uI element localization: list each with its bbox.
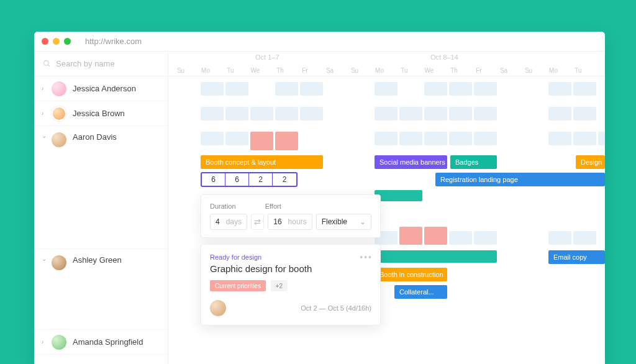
duration-input[interactable]: 4days [210,214,247,230]
day-label: Tu [566,67,591,74]
workload-cell[interactable] [449,107,472,121]
workload-cell[interactable] [474,107,497,121]
link-icon[interactable]: ⇄ [251,214,264,230]
workload-cell[interactable] [201,82,224,96]
workload-cell[interactable] [573,82,596,96]
workload-cell-over[interactable] [399,227,422,245]
day-label: Th [268,67,293,74]
task-bar[interactable] [375,250,497,263]
person-row-expanded[interactable]: ⌄ Aaron Davis [34,126,168,249]
workload-cell-over[interactable] [424,227,447,245]
maximize-icon[interactable] [64,38,71,45]
workload-cell[interactable] [573,107,596,121]
day-label: Fr [293,67,317,74]
workload-cell[interactable] [474,82,497,96]
workload-cell[interactable] [449,82,472,96]
effort-cell[interactable]: 2 [273,173,296,186]
workload-cell-over[interactable] [275,132,298,150]
close-icon[interactable] [42,38,48,45]
task-bar[interactable] [375,190,422,201]
day-label: Mo [367,67,392,74]
task-card[interactable]: ••• Ready for design Graphic design for … [201,244,381,325]
tag-priority[interactable]: Current priorities [210,280,266,291]
person-row[interactable]: › Jessica Anderson [34,76,168,101]
workload-grid[interactable]: Oct 1–7 Oct 8–14 SuMoTuWeThFrSaSuMoTuWeT… [168,52,605,364]
workload-cell[interactable] [300,82,323,96]
person-row[interactable]: › Amanda Springfield [34,330,168,355]
mode-select[interactable]: Flexible ⌄ [316,214,371,230]
search-input[interactable]: Search by name [34,52,168,76]
day-label: Tu [392,67,417,74]
day-label: We [243,67,268,74]
effort-cell[interactable]: 6 [225,173,249,186]
task-bar-booth-construction[interactable]: Booth in construction [375,268,447,281]
avatar [52,335,66,350]
day-label: Sa [317,67,342,74]
workload-cell[interactable] [300,107,323,121]
chevron-down-icon: ⌄ [42,132,48,139]
workload-cell[interactable] [399,107,422,121]
calendar-header: Oct 1–7 Oct 8–14 SuMoTuWeThFrSaSuMoTuWeT… [168,52,605,76]
effort-cell[interactable]: 6 [202,173,225,186]
effort-row[interactable]: 6 6 2 2 [201,172,298,187]
workload-cell[interactable] [424,82,447,96]
effort-input[interactable]: 16hours [268,214,312,230]
workload-cell[interactable] [225,82,248,96]
day-label: Fr [466,67,491,74]
task-bar-booth[interactable]: Booth concept & layout [201,155,323,169]
workload-cell-over[interactable] [250,132,273,150]
workload-cell[interactable] [225,107,248,121]
person-row-expanded[interactable]: ⌄ Ashley Green [34,249,168,330]
workload-cell[interactable] [449,132,472,145]
person-name: Amanda Springfield [73,337,143,347]
avatar [52,81,66,96]
task-bar-email[interactable]: Email copy [548,250,605,264]
workload-cell[interactable] [375,107,398,121]
workload-cell[interactable] [573,132,596,145]
chevron-down-icon: ⌄ [360,217,366,226]
workload-cell[interactable] [250,107,273,121]
workload-cell[interactable] [424,132,447,145]
workload-cell[interactable] [424,107,447,121]
task-bar-badges[interactable]: Badges [450,155,497,169]
workload-cell[interactable] [548,132,571,145]
workload-cell[interactable] [375,132,398,145]
workload-cell[interactable] [225,132,248,145]
workload-cell[interactable] [548,107,571,121]
workload-cell[interactable] [201,132,224,145]
assignee-avatar[interactable] [210,300,226,316]
day-label: Tu [218,67,243,74]
workload-cell[interactable] [275,107,298,121]
task-bar-registration[interactable]: Registration landing page [435,173,605,186]
chevron-right-icon: › [42,110,48,117]
task-bar-collateral[interactable]: Collateral... [394,285,447,299]
workload-cell[interactable] [449,231,472,245]
search-placeholder: Search by name [56,59,115,68]
day-label: Sa [491,67,516,74]
workload-cell[interactable] [399,132,422,145]
chevron-right-icon: › [42,339,48,345]
duration-label: Duration [210,202,261,210]
person-name: Ashley Green [73,255,122,265]
person-row[interactable]: › Jessica Brown [34,101,168,126]
day-label: Su [168,67,193,74]
workload-cell[interactable] [548,231,571,245]
task-bar-design[interactable]: Design [576,155,605,169]
task-bar-social[interactable]: Social media banners [375,155,447,169]
workload-cell[interactable] [474,231,497,245]
workload-cell[interactable] [573,231,596,245]
minimize-icon[interactable] [53,38,60,45]
workload-cell[interactable] [474,132,497,145]
tag-count[interactable]: +2 [271,280,288,291]
workload-cell[interactable] [548,82,571,96]
effort-cell[interactable]: 2 [249,173,273,186]
workload-cell[interactable] [201,107,224,121]
chevron-down-icon: ⌄ [42,255,48,262]
chevron-right-icon: › [42,85,48,92]
workload-cell[interactable] [275,82,298,96]
day-label: Th [442,67,466,74]
workload-cell[interactable] [375,82,398,96]
workload-cell[interactable] [598,132,605,145]
avatar [52,255,66,270]
more-icon[interactable]: ••• [360,252,373,262]
